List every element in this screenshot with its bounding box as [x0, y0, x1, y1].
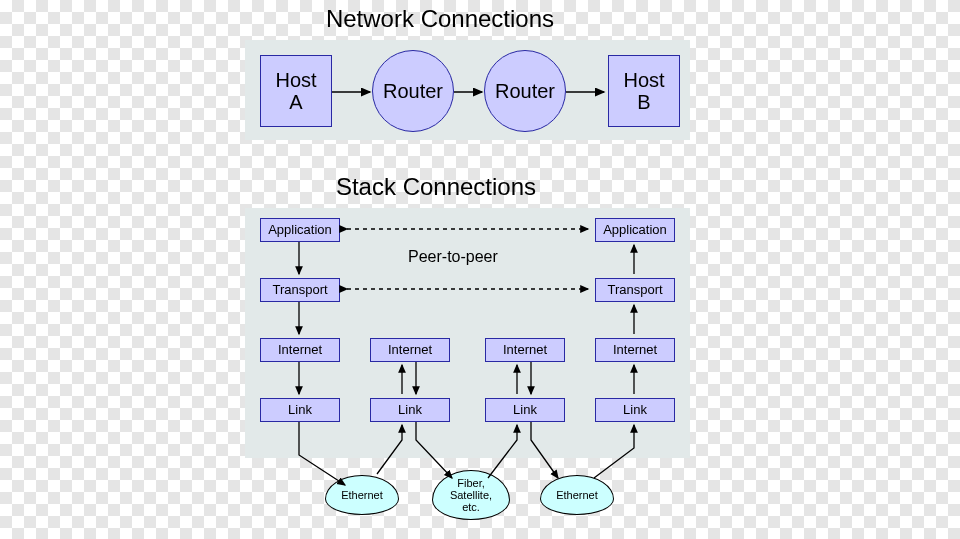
layer-right-transport: Transport: [595, 278, 675, 302]
cloud-fiber: Fiber, Satellite, etc.: [432, 470, 510, 520]
label-peer-to-peer: Peer-to-peer: [408, 248, 498, 266]
title-stack: Stack Connections: [326, 173, 546, 201]
cloud-ethernet-2: Ethernet: [540, 475, 614, 515]
layer-cl-link: Link: [370, 398, 450, 422]
title-network: Network Connections: [310, 5, 570, 33]
layer-right-application: Application: [595, 218, 675, 242]
layer-cl-internet: Internet: [370, 338, 450, 362]
layer-right-link: Link: [595, 398, 675, 422]
node-host-b: Host B: [608, 55, 680, 127]
layer-left-application: Application: [260, 218, 340, 242]
cloud-ethernet-1: Ethernet: [325, 475, 399, 515]
node-host-a: Host A: [260, 55, 332, 127]
layer-left-internet: Internet: [260, 338, 340, 362]
layer-left-transport: Transport: [260, 278, 340, 302]
node-router-1: Router: [372, 50, 454, 132]
layer-left-link: Link: [260, 398, 340, 422]
layer-right-internet: Internet: [595, 338, 675, 362]
layer-cr-link: Link: [485, 398, 565, 422]
node-router-2: Router: [484, 50, 566, 132]
layer-cr-internet: Internet: [485, 338, 565, 362]
